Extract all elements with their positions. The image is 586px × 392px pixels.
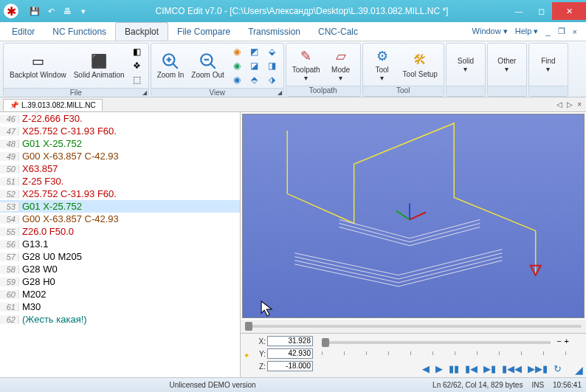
speed-slider[interactable]: [322, 341, 551, 344]
tool-button[interactable]: ⚙ Tool▾: [366, 46, 399, 83]
print-icon[interactable]: 🖶: [61, 4, 74, 18]
toolpath-button[interactable]: ✎ Toolpath▾: [289, 46, 323, 83]
view-cube-3[interactable]: ⬘: [247, 73, 263, 86]
window-title: CIMCO Edit v7.0 - [C:\Users\Александр\De…: [96, 6, 508, 16]
code-line[interactable]: 58G28 W0: [0, 263, 240, 275]
group-launcher-icon[interactable]: ◢: [142, 89, 147, 96]
minimize-button[interactable]: —: [508, 2, 530, 20]
tab-next[interactable]: ▷: [565, 100, 574, 109]
speed-plus[interactable]: +: [565, 337, 569, 345]
view-cube-1[interactable]: ◩: [247, 45, 263, 58]
maximize-button[interactable]: ◻: [530, 2, 552, 20]
svg-line-1: [173, 63, 178, 69]
code-line[interactable]: 46Z-22.666 F30.: [0, 112, 240, 125]
file-small-2[interactable]: ❖: [129, 59, 145, 72]
document-tab[interactable]: 📌 L.39.013.082.MILL.NC: [3, 99, 103, 111]
code-line[interactable]: 52X25.752 C-31.93 F60.: [0, 188, 240, 200]
code-line[interactable]: 61M30: [0, 300, 240, 313]
code-line[interactable]: 59G28 H0: [0, 275, 240, 288]
line-number: 53: [0, 202, 19, 211]
doc-tab-name: L.39.013.082.MILL.NC: [21, 101, 96, 109]
play-button[interactable]: ▶: [435, 363, 443, 374]
step-fwd-button[interactable]: ▶▮: [483, 363, 496, 374]
ribbon-tabs: Editor NC Functions Backplot File Compar…: [0, 22, 586, 41]
backplot-window-button[interactable]: ▭ Backplot Window: [7, 51, 69, 80]
svg-marker-11: [261, 301, 272, 316]
tab-transmission[interactable]: Transmission: [239, 22, 309, 41]
mdi-restore[interactable]: ❐: [555, 25, 568, 38]
line-number: 59: [0, 278, 19, 286]
group-launcher-icon[interactable]: ◢: [278, 89, 282, 96]
mdi-minimize[interactable]: _: [542, 26, 553, 38]
line-number: 50: [0, 165, 19, 173]
undo-icon[interactable]: ↶: [44, 4, 58, 18]
code-editor[interactable]: 46Z-22.666 F30.47X25.752 C-31.93 F60.48G…: [0, 112, 240, 377]
code-line[interactable]: 47X25.752 C-31.93 F60.: [0, 125, 240, 137]
code-line[interactable]: 60M202: [0, 288, 240, 300]
resize-grip[interactable]: ◢: [575, 364, 583, 376]
code-line[interactable]: 49G00 X-63.857 C-42.93: [0, 150, 240, 162]
step-back-button[interactable]: ▮◀: [465, 363, 478, 374]
play-rev-button[interactable]: ◀: [422, 363, 430, 374]
app-icon: ✱: [0, 0, 22, 22]
code-line[interactable]: 51Z-25 F30.: [0, 175, 240, 188]
status-position: Ln 62/62, Col 14, 829 bytes: [432, 381, 523, 389]
skip-back-button[interactable]: ▮◀◀: [502, 363, 522, 374]
editor-pane: 46Z-22.666 F30.47X25.752 C-31.93 F60.48G…: [0, 112, 241, 377]
code-line[interactable]: 50X63.857: [0, 162, 240, 175]
qat-dropdown[interactable]: ▾: [77, 4, 90, 18]
tab-backplot[interactable]: Backplot: [115, 22, 168, 41]
tab-cnc-calc[interactable]: CNC-Calc: [309, 22, 367, 41]
code-line[interactable]: 62(Жесть какая!): [0, 313, 240, 326]
code-line[interactable]: 57G28 U0 M205: [0, 250, 240, 263]
view-cube-5[interactable]: ◨: [264, 59, 280, 72]
code-line[interactable]: 53G01 X-25.752: [0, 200, 240, 213]
tab-file-compare[interactable]: File Compare: [168, 22, 239, 41]
loop-button[interactable]: ↻: [554, 363, 562, 374]
tab-close[interactable]: ×: [576, 100, 583, 109]
tab-editor[interactable]: Editor: [3, 22, 44, 41]
x-label: X:: [255, 337, 266, 345]
file-small-3[interactable]: ⬚: [129, 73, 145, 86]
mdi-close[interactable]: ×: [570, 26, 580, 38]
tab-prev[interactable]: ◁: [555, 100, 564, 109]
tool-icon: ⚙: [372, 47, 393, 65]
pin-icon[interactable]: 📌: [10, 101, 18, 109]
zoom-in-button[interactable]: Zoom In: [154, 51, 187, 80]
view-cube-4[interactable]: ⬙: [264, 45, 280, 58]
group-label: Tool: [363, 86, 444, 96]
zoom-out-button[interactable]: Zoom Out: [188, 51, 227, 80]
save-icon[interactable]: 💾: [28, 4, 41, 18]
ribbon-group-tool: ⚙ Tool▾ 🛠 Tool Setup Tool: [362, 43, 444, 97]
view-small-3[interactable]: ◉: [229, 73, 245, 86]
solid-animation-button[interactable]: ⬛ Solid Animation: [71, 51, 128, 80]
find-button[interactable]: Find▾: [532, 55, 565, 75]
zoom-in-icon: [160, 52, 181, 70]
view-cube-2[interactable]: ◪: [247, 59, 263, 72]
line-number: 47: [0, 127, 19, 136]
document-tabstrip: 📌 L.39.013.082.MILL.NC ◁ ▷ ×: [0, 97, 586, 112]
view-cube-6[interactable]: ⬗: [264, 73, 280, 86]
tool-setup-button[interactable]: 🛠 Tool Setup: [400, 50, 441, 80]
close-button[interactable]: ✕: [552, 2, 586, 20]
other-button[interactable]: Other▾: [491, 55, 523, 75]
speed-minus[interactable]: −: [556, 337, 561, 345]
solid-button[interactable]: Solid▾: [449, 55, 482, 75]
window-menu[interactable]: Window ▾: [469, 25, 511, 38]
code-line[interactable]: 55Z26.0 F50.0: [0, 225, 240, 238]
line-number: 61: [0, 303, 19, 312]
view-small-1[interactable]: ◉: [229, 45, 245, 58]
mode-button[interactable]: ▱ Mode▾: [325, 46, 357, 83]
help-menu[interactable]: Help ▾: [512, 25, 542, 38]
code-line[interactable]: 48G01 X-25.752: [0, 137, 240, 150]
tab-nc-functions[interactable]: NC Functions: [44, 22, 115, 41]
y-label: Y:: [255, 350, 266, 358]
code-line[interactable]: 56G13.1: [0, 238, 240, 250]
3d-viewport[interactable]: [242, 114, 585, 318]
view-small-2[interactable]: ◉: [229, 59, 245, 72]
pause-button[interactable]: ▮▮: [449, 363, 459, 374]
timeline-slider[interactable]: [245, 325, 582, 328]
skip-fwd-button[interactable]: ▶▶▮: [528, 363, 548, 374]
code-line[interactable]: 54G00 X-63.857 C-42.93: [0, 213, 240, 225]
file-small-1[interactable]: ◧: [129, 45, 145, 58]
